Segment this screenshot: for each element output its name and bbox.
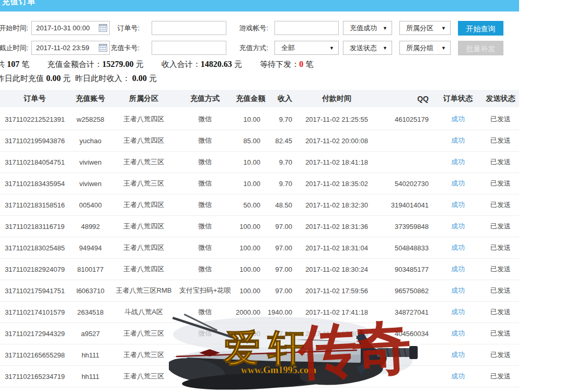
cell-amount: 10.00	[234, 108, 268, 130]
cell-paid-time: 2017-11-02 18:31:36	[294, 216, 379, 237]
cell-order-no: 3171102183158516	[0, 194, 70, 216]
order-status-link[interactable]: 成功	[451, 244, 465, 251]
recharge-orders-page: 充值订单 开始时间: 订单号: 游戏帐号: 充值成功 ▼ 所属分区 ▼	[0, 0, 574, 392]
table-row: 3171102183025485 949494 王者八荒四区 微信 100.00…	[0, 237, 519, 259]
cell-send-status: 已发送	[482, 152, 519, 173]
cell-zone: 王者八荒四区	[111, 130, 176, 152]
column-header-1: 充值账号	[70, 90, 111, 108]
chevron-down-icon: ▼	[329, 42, 334, 55]
cell-order-status: 成功	[434, 173, 482, 194]
cell-account: w258258	[70, 108, 111, 130]
table-row: 3171102182924079 8100177 王者八荒四区 微信 100.0…	[0, 259, 519, 280]
order-status-link[interactable]: 成功	[451, 179, 465, 187]
table-row: 3171102195943876 yuchao 王者八荒四区 微信 85.00 …	[0, 130, 519, 152]
cell-method: 微信	[176, 237, 234, 259]
cell-paid-time: 2017-11-02 21:25:55	[294, 108, 379, 130]
cell-account: l6063710	[70, 280, 111, 302]
cell-income	[268, 366, 294, 387]
cell-income: 82.45	[268, 130, 294, 152]
group-select[interactable]: 所属分组 ▼	[399, 41, 451, 55]
cell-method: 微信	[176, 259, 234, 280]
cell-qq: 404560034	[379, 323, 434, 344]
cell-account: 48992	[70, 216, 111, 237]
cell-send-status: 已发送	[482, 130, 519, 152]
order-status-link[interactable]: 成功	[451, 329, 465, 337]
order-status-link[interactable]: 成功	[451, 158, 465, 166]
cell-account: viviwen	[70, 173, 111, 194]
cell-zone: 王者八荒四区	[111, 194, 176, 216]
table-row: 3171102212521391 w258258 王者八荒四区 微信 10.00…	[0, 108, 519, 130]
recharge-method-select[interactable]: 全部 ▼	[274, 41, 339, 55]
cell-order-no: 3171102183116719	[0, 216, 70, 237]
cell-send-status: 已发送	[482, 259, 519, 280]
cell-income: 9.70	[268, 173, 294, 194]
cell-paid-time	[294, 344, 379, 366]
cell-account: viviwen	[70, 152, 111, 173]
cell-order-status: 成功	[434, 366, 482, 387]
cell-zone: 王者八荒三区	[111, 152, 176, 173]
cell-paid-time: 2017-11-02 18:32:30	[294, 194, 379, 216]
table-row: 3171102161911860 1314 王者八荒三区 微信 100.00 9…	[0, 387, 519, 392]
order-status-link[interactable]: 成功	[451, 351, 465, 359]
cell-income: 9.70	[268, 108, 294, 130]
cell-send-status: 已发送	[482, 366, 519, 387]
partition-select[interactable]: 所属分区 ▼	[399, 21, 451, 35]
cell-paid-time: 2017-11-02 18:31:04	[294, 237, 379, 259]
recharge-status-select-value: 充值成功	[350, 24, 377, 32]
cell-order-no: 3171102212521391	[0, 108, 70, 130]
cell-amount: 100.00	[234, 280, 268, 302]
card-no-label: 充值卡号:	[86, 41, 140, 55]
summary-total: 共 107 笔	[0, 60, 29, 68]
cell-income: 97.00	[268, 387, 294, 392]
cell-qq: 348727041	[379, 302, 434, 323]
chevron-down-icon: ▼	[441, 42, 446, 55]
cell-income: 1940.00	[268, 302, 294, 323]
cell-amount	[234, 366, 268, 387]
send-status-select-value: 发送状态	[350, 44, 377, 52]
send-status-select[interactable]: 发送状态 ▼	[343, 41, 392, 55]
cell-qq: 461025179	[379, 108, 434, 130]
cell-order-no: 3171102183435954	[0, 173, 70, 194]
titlebar: 充值订单	[0, 0, 519, 11]
cell-order-no: 3171102172944329	[0, 323, 70, 344]
orders-table: 订单号充值账号所属分区充值方式充值金额收入付款时间QQ订单状态发送状态 3171…	[0, 90, 519, 392]
amount-total: 15279.00	[102, 60, 134, 68]
cell-method: 微信	[176, 152, 234, 173]
cell-order-status: 成功	[434, 108, 482, 130]
column-header-8: 订单状态	[434, 90, 482, 108]
order-status-link[interactable]: 成功	[451, 201, 465, 209]
order-status-link[interactable]: 成功	[451, 222, 465, 230]
table-row: 3171102184054751 viviwen 王者八荒三区 微信 10.00…	[0, 152, 519, 173]
game-account-input[interactable]	[274, 21, 339, 35]
cell-amount: 100.00	[234, 237, 268, 259]
cell-qq	[379, 344, 434, 366]
yesterday-recharge: 昨日此时充值 0.00 元	[0, 74, 71, 83]
cell-zone: 王者八荒四区	[111, 108, 176, 130]
cell-zone: 王者八荒三区	[111, 366, 176, 387]
cell-income: 97.00	[268, 280, 294, 302]
cell-order-status: 成功	[434, 302, 482, 323]
cell-method: 微信	[176, 387, 234, 392]
order-status-link[interactable]: 成功	[451, 115, 465, 123]
search-button[interactable]: 开始查询	[458, 21, 503, 36]
cell-account: 1314	[70, 387, 111, 392]
order-status-link[interactable]: 成功	[451, 308, 465, 316]
cell-income: 97.00	[268, 323, 294, 344]
column-header-3: 充值方式	[176, 90, 234, 108]
cell-amount: 100.00	[234, 323, 268, 344]
cell-amount: 10.00	[234, 173, 268, 194]
summary-line-1: 共 107 笔 充值金额合计：15279.00 元 收入合计：14820.63 …	[0, 60, 329, 70]
order-status-link[interactable]: 成功	[451, 136, 465, 144]
column-header-9: 发送状态	[482, 90, 519, 108]
order-status-link[interactable]: 成功	[451, 372, 465, 380]
cell-method: 微信	[176, 130, 234, 152]
recharge-method-select-value: 全部	[281, 44, 295, 52]
summary-amount: 充值金额合计：15279.00 元	[48, 60, 144, 68]
recharge-status-select[interactable]: 充值成功 ▼	[343, 21, 392, 35]
group-select-value: 所属分组	[406, 44, 433, 52]
batch-resend-button[interactable]: 批量补发	[458, 41, 503, 55]
order-status-link[interactable]: 成功	[451, 286, 465, 294]
cell-send-status: 已发送	[482, 237, 519, 259]
cell-order-status: 成功	[434, 237, 482, 259]
order-status-link[interactable]: 成功	[451, 265, 465, 273]
